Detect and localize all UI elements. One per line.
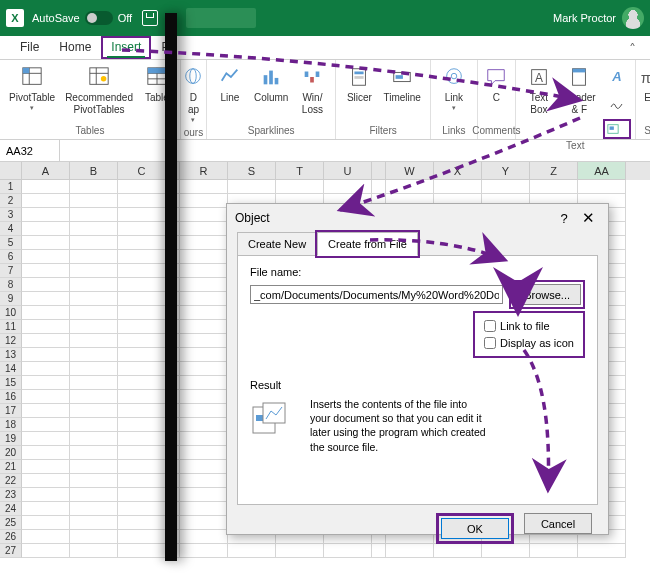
- headerfooter-button[interactable]: Header & F: [558, 62, 601, 118]
- row-header[interactable]: 24: [0, 502, 22, 516]
- user-account[interactable]: Mark Proctor: [553, 7, 644, 29]
- group-tables: PivotTable▾ Recommended PivotTables Tabl…: [0, 60, 181, 139]
- ribbon-collapse-icon[interactable]: ˄: [623, 39, 642, 59]
- row-header[interactable]: 20: [0, 446, 22, 460]
- save-icon[interactable]: [142, 10, 158, 26]
- svg-rect-16: [269, 71, 273, 85]
- close-icon[interactable]: ✕: [576, 209, 600, 227]
- line-chart-icon: [216, 64, 244, 90]
- link-button[interactable]: Link▾: [435, 62, 473, 114]
- equation-button[interactable]: π E: [629, 62, 650, 106]
- row-header[interactable]: 18: [0, 418, 22, 432]
- tab-insert[interactable]: Insert: [101, 36, 151, 59]
- svg-point-13: [186, 69, 201, 84]
- sparkline-line-button[interactable]: Line: [211, 62, 249, 106]
- ok-button[interactable]: OK: [441, 518, 509, 539]
- signature-button[interactable]: [603, 92, 631, 116]
- row-header[interactable]: 2: [0, 194, 22, 208]
- excel-icon: X: [6, 9, 24, 27]
- tab-create-new[interactable]: Create New: [237, 232, 317, 256]
- column-header[interactable]: U: [324, 162, 372, 180]
- row-header[interactable]: 4: [0, 222, 22, 236]
- autosave-state: Off: [118, 12, 132, 24]
- column-header[interactable]: Z: [530, 162, 578, 180]
- crop-separator: [165, 13, 177, 561]
- row-header[interactable]: 6: [0, 250, 22, 264]
- textbox-icon: A: [525, 64, 553, 90]
- row-header[interactable]: 17: [0, 404, 22, 418]
- row-header[interactable]: 10: [0, 306, 22, 320]
- row-header[interactable]: 7: [0, 264, 22, 278]
- row-header[interactable]: 1: [0, 180, 22, 194]
- column-header[interactable]: C: [118, 162, 166, 180]
- group-filters: Slicer Timeline Filters: [336, 60, 430, 139]
- column-header[interactable]: T: [276, 162, 324, 180]
- autosave-toggle[interactable]: AutoSave Off: [32, 11, 132, 25]
- row-header[interactable]: 19: [0, 432, 22, 446]
- autosave-label: AutoSave: [32, 12, 80, 24]
- svg-rect-18: [305, 72, 309, 78]
- pivottable-icon: [18, 64, 46, 90]
- row-header[interactable]: 16: [0, 390, 22, 404]
- row-header[interactable]: 8: [0, 278, 22, 292]
- row-header[interactable]: 21: [0, 460, 22, 474]
- file-name-input[interactable]: [250, 285, 503, 304]
- group-comments: C Comments: [478, 60, 516, 139]
- headerfooter-icon: [565, 64, 593, 90]
- tab-home[interactable]: Home: [49, 36, 101, 59]
- comment-icon: [482, 64, 510, 90]
- help-icon[interactable]: ?: [552, 211, 576, 226]
- recommended-pivottables-button[interactable]: Recommended PivotTables: [60, 62, 138, 118]
- name-box[interactable]: AA32: [0, 140, 60, 161]
- row-header[interactable]: 3: [0, 208, 22, 222]
- column-header[interactable]: A: [22, 162, 70, 180]
- row-header[interactable]: 11: [0, 320, 22, 334]
- column-header[interactable]: [372, 162, 386, 180]
- row-header[interactable]: 12: [0, 334, 22, 348]
- row-header[interactable]: 14: [0, 362, 22, 376]
- column-header[interactable]: S: [228, 162, 276, 180]
- cancel-button[interactable]: Cancel: [524, 513, 592, 534]
- comment-button[interactable]: C: [477, 62, 515, 106]
- row-header[interactable]: 13: [0, 348, 22, 362]
- search-input[interactable]: [186, 8, 256, 28]
- wordart-button[interactable]: A: [603, 65, 631, 89]
- row-header[interactable]: 23: [0, 488, 22, 502]
- row-header[interactable]: 26: [0, 530, 22, 544]
- sparkline-winloss-button[interactable]: Win/ Loss: [293, 62, 331, 118]
- textbox-button[interactable]: A Text Box: [520, 62, 558, 118]
- row-header[interactable]: 25: [0, 516, 22, 530]
- timeline-button[interactable]: Timeline: [378, 62, 425, 106]
- column-header[interactable]: AA: [578, 162, 626, 180]
- sparkline-column-button[interactable]: Column: [249, 62, 293, 106]
- object-dialog: Object ? ✕ Create New Create from File F…: [226, 203, 609, 535]
- column-header[interactable]: X: [434, 162, 482, 180]
- svg-text:A: A: [611, 69, 621, 84]
- column-header[interactable]: B: [70, 162, 118, 180]
- wordart-icon: A: [608, 67, 626, 85]
- equation-icon: π: [634, 64, 650, 90]
- row-header[interactable]: 27: [0, 544, 22, 558]
- svg-point-26: [447, 69, 462, 84]
- object-button[interactable]: [603, 119, 631, 139]
- browse-button[interactable]: Browse...: [513, 284, 581, 305]
- link-to-file-checkbox[interactable]: Link to file: [484, 318, 574, 335]
- column-header[interactable]: R: [180, 162, 228, 180]
- options-checkboxes: Link to file Display as icon: [473, 311, 585, 358]
- column-header[interactable]: W: [386, 162, 434, 180]
- tab-create-from-file[interactable]: Create from File: [317, 232, 418, 256]
- signature-icon: [608, 94, 626, 112]
- row-header[interactable]: 15: [0, 376, 22, 390]
- pivottable-button[interactable]: PivotTable▾: [4, 62, 60, 114]
- column-header[interactable]: Y: [482, 162, 530, 180]
- svg-rect-19: [311, 77, 315, 83]
- row-header[interactable]: 5: [0, 236, 22, 250]
- slicer-button[interactable]: Slicer: [340, 62, 378, 106]
- svg-rect-22: [355, 72, 364, 75]
- slicer-icon: [345, 64, 373, 90]
- row-header[interactable]: 22: [0, 474, 22, 488]
- dropdown-arrow-icon: ▾: [452, 104, 456, 112]
- display-as-icon-checkbox[interactable]: Display as icon: [484, 335, 574, 352]
- row-header[interactable]: 9: [0, 292, 22, 306]
- tab-file[interactable]: File: [10, 36, 49, 59]
